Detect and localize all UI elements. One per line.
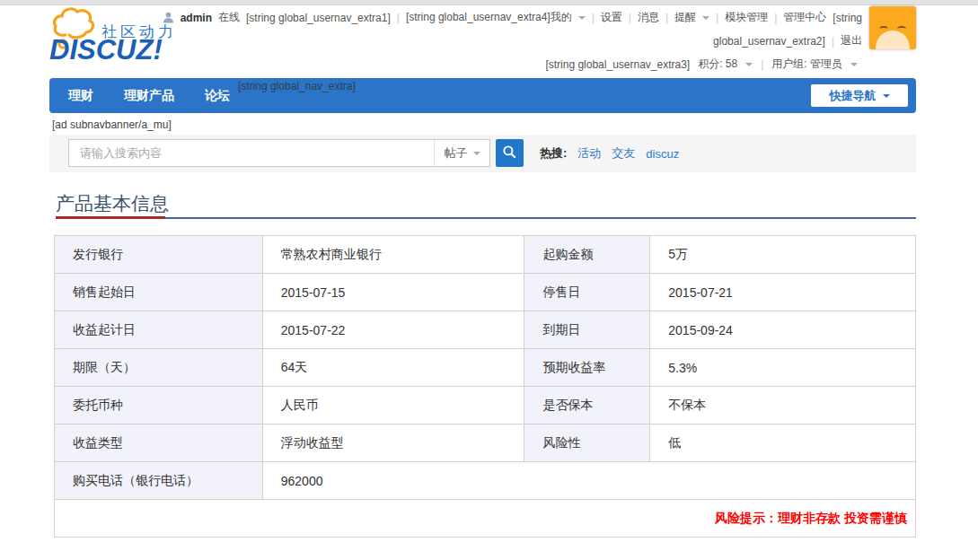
- nav-extra-string: [string global_nav_extra]: [238, 80, 356, 92]
- cell-value: 常熟农村商业银行: [262, 236, 524, 274]
- credits-link[interactable]: 积分: 58: [698, 57, 737, 72]
- search-icon: [502, 144, 517, 162]
- usernav-row-3: [string global_usernav_extra3] 积分: 58 | …: [545, 57, 858, 72]
- messages-link[interactable]: 消息: [638, 10, 659, 25]
- cell-label: 收益起计日: [55, 311, 263, 349]
- search-button[interactable]: [496, 139, 524, 167]
- chevron-down-icon[interactable]: [702, 16, 709, 20]
- chevron-down-icon: [473, 152, 480, 155]
- hot-link-discuz[interactable]: discuz: [646, 147, 679, 161]
- cell-value: 2015-07-22: [262, 311, 524, 349]
- table-row: 收益类型 浮动收益型 风险性 低: [55, 424, 916, 462]
- cell-value: 2015-09-24: [650, 311, 916, 349]
- search-strip: 帖子 热搜: 活动 交友 discuz: [49, 135, 916, 172]
- cell-label: 购买电话（银行电话）: [55, 462, 263, 500]
- username-link[interactable]: admin: [181, 12, 212, 24]
- cell-label: 风险性: [524, 424, 650, 462]
- hot-search: 热搜: 活动 交友 discuz: [540, 135, 679, 172]
- usernav-row-2: global_usernav_extra2] | 退出: [713, 33, 862, 48]
- usergroup-link[interactable]: 用户组: 管理员: [771, 57, 842, 72]
- table-row: 发行银行 常熟农村商业银行 起购金额 5万: [55, 236, 916, 274]
- hot-link-friends[interactable]: 交友: [612, 145, 635, 162]
- chevron-down-icon[interactable]: [850, 63, 858, 66]
- module-management-link[interactable]: 模块管理: [725, 10, 768, 25]
- chevron-down-icon[interactable]: [745, 63, 753, 66]
- usernav-extra2-part2: global_usernav_extra2]: [713, 35, 825, 48]
- cell-label: 停售日: [524, 274, 650, 311]
- cell-value: 5.3%: [650, 349, 916, 387]
- nav-item-licai[interactable]: 理财: [53, 78, 109, 113]
- usernav-extra1: [string global_usernav_extra1]: [246, 12, 391, 24]
- usernav-extra3: [string global_usernav_extra3]: [545, 58, 690, 71]
- cell-value: 962000: [262, 462, 915, 500]
- separator: |: [629, 12, 631, 24]
- hot-search-label: 热搜:: [540, 145, 567, 162]
- page: 社区动力 DISCUZ! admin 在线 [string global_use…: [0, 0, 978, 560]
- cell-label: 发行银行: [55, 236, 263, 274]
- search-type-label: 帖子: [445, 145, 468, 162]
- cell-label: 收益类型: [55, 424, 263, 462]
- user-icon: [163, 12, 174, 23]
- separator: |: [716, 12, 718, 24]
- cell-label: 到期日: [524, 311, 650, 349]
- cell-label: 起购金额: [524, 236, 650, 274]
- separator: |: [592, 12, 595, 24]
- my-menu-link[interactable]: [string global_usernav_extra4]我的: [406, 10, 572, 25]
- table-row-risk-notice: 风险提示：理财非存款 投资需谨慎: [55, 500, 916, 538]
- table-row: 期限（天） 64天 预期收益率 5.3%: [55, 349, 916, 387]
- risk-notice: 风险提示：理财非存款 投资需谨慎: [55, 500, 916, 538]
- cell-value: 人民币: [262, 387, 524, 424]
- avatar-eye: [897, 26, 906, 31]
- search-type-dropdown[interactable]: 帖子: [434, 140, 489, 166]
- table-row: 购买电话（银行电话） 962000: [55, 462, 916, 500]
- usernav-extra2-part1: [string: [833, 12, 862, 24]
- nav-items: 理财 理财产品 论坛: [53, 78, 245, 113]
- table-row: 委托币种 人民币 是否保本 不保本: [55, 387, 916, 424]
- cell-value: 低: [650, 424, 916, 462]
- cell-value: 不保本: [650, 387, 916, 424]
- table-row: 销售起始日 2015-07-15 停售日 2015-07-21: [55, 274, 916, 311]
- admin-center-link[interactable]: 管理中心: [783, 10, 826, 25]
- chevron-down-icon[interactable]: [578, 16, 586, 20]
- cell-value: 浮动收益型: [262, 424, 524, 462]
- product-info-table: 发行银行 常熟农村商业银行 起购金额 5万 销售起始日 2015-07-15 停…: [54, 235, 916, 538]
- separator: |: [397, 12, 400, 24]
- logout-link[interactable]: 退出: [841, 33, 862, 48]
- cell-label: 预期收益率: [524, 349, 650, 387]
- settings-link[interactable]: 设置: [601, 10, 622, 25]
- title-underline-red: [56, 216, 165, 219]
- cell-label: 销售起始日: [55, 274, 263, 311]
- quick-navigation-label: 快捷导航: [830, 88, 877, 104]
- cell-value: 2015-07-21: [650, 274, 916, 311]
- nav-item-forum[interactable]: 论坛: [189, 78, 245, 113]
- avatar[interactable]: [869, 6, 916, 49]
- usernav-row-1: admin 在线 [string global_usernav_extra1] …: [163, 10, 862, 25]
- cell-value: 5万: [650, 236, 916, 274]
- cell-label: 期限（天）: [55, 349, 263, 387]
- title-underline-blue: [165, 217, 916, 219]
- search-box: 帖子: [68, 139, 490, 167]
- separator: |: [761, 58, 763, 71]
- logo-brand: DISCUZ!: [49, 34, 163, 66]
- search-input[interactable]: [69, 140, 434, 166]
- chevron-down-icon: [883, 94, 890, 98]
- hot-link-activity[interactable]: 活动: [577, 145, 601, 162]
- avatar-face: [876, 31, 910, 49]
- main-navbar: 理财 理财产品 论坛 [string global_nav_extra] 快捷导…: [49, 78, 916, 113]
- cell-value: 64天: [262, 349, 524, 387]
- cell-label: 委托币种: [55, 387, 263, 424]
- quick-navigation-button[interactable]: 快捷导航: [811, 84, 908, 107]
- separator: |: [774, 12, 777, 24]
- online-status: 在线: [218, 10, 240, 25]
- separator: |: [832, 35, 834, 48]
- page-title: 产品基本信息: [56, 191, 169, 216]
- nav-item-licai-products[interactable]: 理财产品: [109, 78, 189, 113]
- cell-label: 是否保本: [524, 387, 650, 424]
- separator: |: [665, 12, 668, 24]
- ad-slot-text: [ad subnavbanner/a_mu]: [52, 118, 172, 131]
- table-row: 收益起计日 2015-07-22 到期日 2015-09-24: [55, 311, 916, 349]
- avatar-eye: [879, 26, 888, 31]
- cell-value: 2015-07-15: [262, 274, 524, 311]
- notices-link[interactable]: 提醒: [674, 10, 696, 25]
